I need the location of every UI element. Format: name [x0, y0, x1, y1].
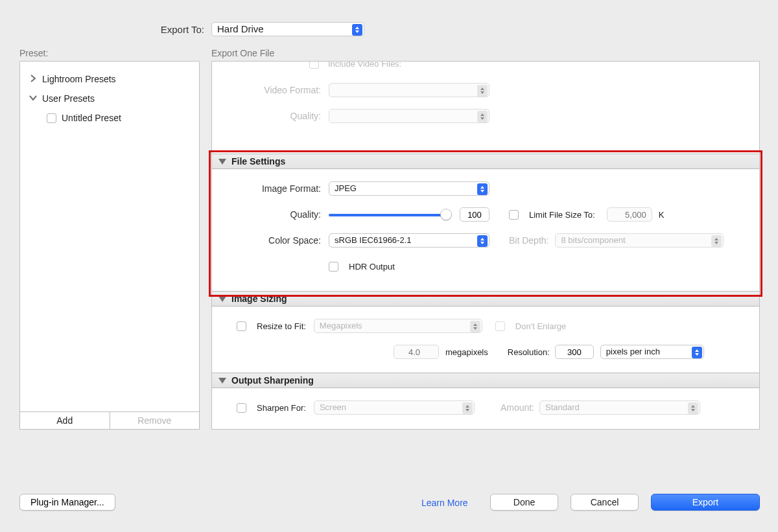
preset-checkbox[interactable]	[47, 113, 56, 123]
resolution-input[interactable]	[555, 345, 594, 359]
preset-item-untitled[interactable]: Untitled Preset	[20, 108, 199, 128]
video-format-select	[329, 83, 489, 97]
sharpen-for-label: Sharpen For:	[257, 403, 306, 413]
hdr-output-checkbox[interactable]	[329, 262, 338, 272]
limit-filesize-input	[607, 207, 652, 222]
sharpen-for-select: Screen	[314, 400, 475, 415]
sharpen-amount-value: Standard	[545, 402, 580, 412]
include-video-label: Include Video Files:	[328, 61, 401, 69]
bit-depth-select: 8 bits/component	[555, 233, 724, 248]
megapixels-unit: megapixels	[445, 347, 488, 357]
export-to-label: Export To:	[0, 24, 204, 35]
preset-group-label: User Presets	[42, 93, 95, 104]
dont-enlarge-control: Don't Enlarge	[495, 321, 566, 331]
video-format-label: Video Format:	[212, 85, 321, 95]
select-stepper-icon	[688, 402, 698, 414]
disclosure-triangle-icon	[218, 378, 226, 384]
image-format-label: Image Format:	[212, 183, 321, 194]
resolution-unit-value: pixels per inch	[606, 347, 660, 356]
sharpen-amount-label: Amount:	[501, 402, 534, 413]
section-title: Output Sharpening	[231, 373, 314, 388]
select-stepper-icon	[477, 235, 488, 247]
section-title: Image Sizing	[231, 291, 287, 306]
select-stepper-icon	[477, 111, 488, 122]
sharpen-for-control[interactable]: Sharpen For:	[237, 403, 306, 413]
export-count-label: Export One File	[211, 48, 274, 58]
preset-header: Preset:	[19, 48, 48, 58]
output-sharpening-header[interactable]: Output Sharpening	[212, 373, 759, 388]
dont-enlarge-checkbox	[495, 321, 505, 331]
resize-mode-value: Megapixels	[320, 321, 362, 330]
image-sizing-section: Image Sizing Resize to Fit: Megapixels D…	[212, 291, 759, 373]
resolution-unit-select[interactable]: pixels per inch	[600, 345, 704, 359]
export-to-value: Hard Drive	[217, 23, 264, 34]
disclosure-triangle-icon	[218, 296, 226, 302]
chevron-down-icon	[29, 94, 38, 103]
resolution-label: Resolution:	[508, 347, 550, 357]
limit-filesize-control[interactable]: Limit File Size To:	[509, 210, 595, 220]
remove-preset-button: Remove	[110, 411, 200, 430]
resize-to-fit-control[interactable]: Resize to Fit:	[237, 321, 306, 331]
resize-to-fit-checkbox[interactable]	[237, 321, 246, 331]
select-stepper-icon	[477, 85, 488, 97]
add-preset-button[interactable]: Add	[19, 411, 110, 430]
select-stepper-icon	[470, 321, 480, 332]
resize-mode-select: Megapixels	[314, 319, 482, 333]
limit-filesize-label: Limit File Size To:	[529, 210, 595, 220]
color-space-select[interactable]: sRGB IEC61966-2.1	[329, 233, 489, 248]
quality-input[interactable]	[460, 207, 489, 222]
color-space-label: Color Space:	[212, 235, 321, 246]
learn-more-link[interactable]: Learn More	[421, 498, 468, 508]
color-space-value: sRGB IEC61966-2.1	[335, 235, 412, 245]
cancel-button[interactable]: Cancel	[571, 494, 639, 511]
megapixels-input	[394, 345, 439, 359]
bit-depth-value: 8 bits/component	[561, 235, 625, 245]
sharpen-amount-select: Standard	[539, 400, 700, 415]
select-stepper-icon	[711, 235, 722, 247]
dont-enlarge-label: Don't Enlarge	[515, 321, 566, 331]
bit-depth-label: Bit Depth:	[509, 235, 548, 246]
select-stepper-icon	[692, 347, 702, 358]
image-format-select[interactable]: JPEG	[329, 181, 489, 196]
select-stepper-icon	[352, 24, 362, 36]
limit-filesize-checkbox[interactable]	[509, 210, 519, 220]
preset-item-label: Untitled Preset	[62, 113, 121, 123]
preset-panel: Lightroom Presets User Presets Untitled …	[19, 61, 200, 412]
include-video-checkbox[interactable]	[309, 61, 319, 69]
sharpen-for-value: Screen	[320, 402, 346, 412]
sharpen-for-checkbox[interactable]	[237, 403, 246, 413]
export-button[interactable]: Export	[651, 494, 760, 511]
select-stepper-icon	[477, 183, 488, 195]
preset-group-lightroom[interactable]: Lightroom Presets	[20, 69, 199, 89]
hdr-output-control[interactable]: HDR Output	[329, 262, 395, 272]
quality-label: Quality:	[212, 209, 321, 220]
done-button[interactable]: Done	[490, 494, 558, 511]
image-format-value: JPEG	[335, 183, 357, 193]
settings-panel: Include Video Files: Video Format: Quali…	[211, 61, 760, 430]
resize-to-fit-label: Resize to Fit:	[257, 321, 306, 331]
select-stepper-icon	[462, 402, 473, 414]
image-sizing-header[interactable]: Image Sizing	[212, 291, 759, 306]
quality-slider[interactable]	[329, 208, 452, 221]
preset-group-user[interactable]: User Presets	[20, 89, 199, 108]
hdr-output-label: HDR Output	[349, 262, 395, 272]
file-settings-section: File Settings Image Format: JPEG Quality…	[212, 154, 759, 291]
output-sharpening-section: Output Sharpening Sharpen For: Screen Am…	[212, 373, 759, 421]
section-title: File Settings	[231, 154, 285, 169]
video-quality-label: Quality:	[212, 111, 321, 121]
plugin-manager-button[interactable]: Plug-in Manager...	[19, 494, 115, 511]
export-to-select[interactable]: Hard Drive	[211, 22, 364, 36]
disclosure-triangle-icon	[218, 159, 226, 165]
limit-filesize-unit: K	[659, 210, 665, 220]
chevron-right-icon	[29, 75, 38, 84]
file-settings-header[interactable]: File Settings	[212, 154, 759, 169]
video-quality-select	[329, 109, 489, 123]
preset-group-label: Lightroom Presets	[42, 74, 116, 84]
